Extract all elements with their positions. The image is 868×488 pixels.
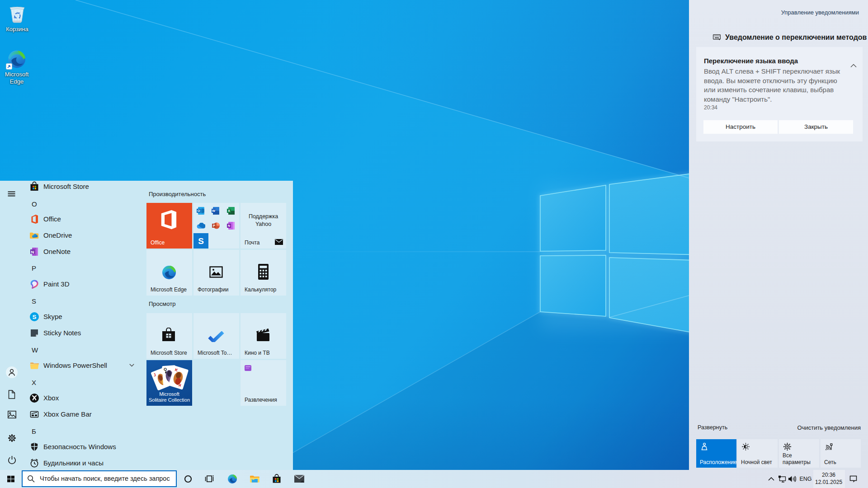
svg-text:W: W bbox=[212, 209, 216, 213]
svg-text:N: N bbox=[228, 224, 230, 228]
svg-text:X: X bbox=[228, 209, 230, 213]
svg-text:N: N bbox=[31, 249, 34, 254]
svg-text:P: P bbox=[213, 224, 215, 228]
svg-text:O: O bbox=[198, 209, 200, 213]
svg-text:S: S bbox=[32, 314, 36, 320]
svg-text:Q: Q bbox=[164, 367, 167, 371]
svg-text:S: S bbox=[198, 236, 204, 246]
